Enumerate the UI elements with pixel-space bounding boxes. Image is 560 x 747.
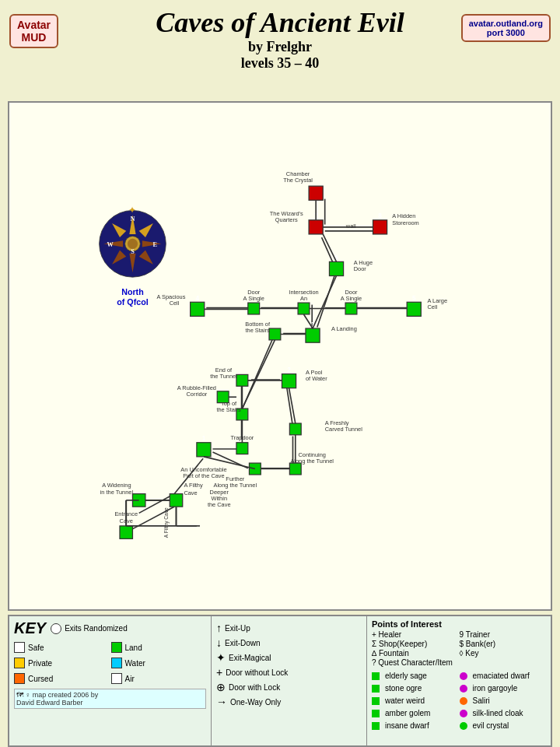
svg-text:Part of the Cave: Part of the Cave: [183, 472, 225, 479]
svg-rect-140: [309, 186, 323, 200]
svg-rect-119: [407, 302, 421, 316]
svg-text:Chamber: Chamber: [286, 170, 310, 177]
svg-text:Cell: Cell: [428, 303, 438, 310]
svg-text:A Filthy: A Filthy: [184, 482, 203, 489]
air-box: [111, 673, 122, 684]
svg-text:N: N: [130, 216, 135, 223]
key-legend: KEY Exits Randomized Safe Land Private: [9, 616, 212, 745]
private-label: Private: [28, 659, 52, 668]
svg-text:the Stairs: the Stairs: [216, 406, 241, 413]
svg-point-12: [128, 239, 138, 249]
svg-text:A Single: A Single: [341, 295, 362, 302]
key-exits: ↑ Exit-Up ↓ Exit-Down ✦ Exit-Magical + D…: [212, 616, 367, 745]
exit-magical-label: Exit-Magical: [229, 654, 271, 662]
svg-text:W: W: [107, 241, 114, 248]
map-credit: 🗺 ♀ map created 2006 byDavid Edward Barb…: [16, 691, 98, 707]
svg-text:5: 5: [412, 295, 416, 302]
avatar-mud-badge: Avatar MUD: [9, 14, 58, 48]
svg-rect-68: [289, 463, 301, 475]
cursed-box: [14, 673, 25, 684]
svg-rect-110: [298, 303, 310, 314]
svg-text:Carved Tunnel: Carved Tunnel: [325, 426, 363, 433]
exits-randomized-icon: [51, 623, 61, 634]
svg-text:the Cave: the Cave: [208, 501, 231, 508]
svg-text:Cave: Cave: [184, 489, 197, 496]
page-subtitle: by Frelghr levels 35 – 40: [0, 39, 560, 72]
svg-rect-128: [309, 220, 323, 234]
server-info-badge: avatar.outland.org port 3000: [461, 14, 551, 42]
water-label: Water: [125, 659, 145, 668]
water-box: [111, 658, 122, 668]
svg-text:Door: Door: [354, 265, 367, 272]
svg-text:Intersection: Intersection: [289, 289, 318, 296]
svg-rect-89: [217, 391, 229, 403]
svg-text:1: 1: [202, 435, 206, 442]
one-way-label: One-Way Only: [230, 698, 281, 707]
svg-text:the Stairs: the Stairs: [246, 327, 271, 334]
exit-up-label: Exit-Up: [225, 624, 250, 633]
key-area: KEY Exits Randomized Safe Land Private: [8, 615, 552, 747]
air-label: Air: [125, 675, 135, 683]
svg-text:An: An: [300, 295, 307, 302]
svg-text:A Single: A Single: [243, 295, 264, 302]
svg-text:2: 2: [287, 366, 291, 374]
svg-text:A Landing: A Landing: [331, 325, 357, 332]
exit-down-label: Exit-Down: [225, 639, 261, 647]
svg-text:Cell: Cell: [170, 300, 180, 307]
svg-rect-52: [170, 494, 182, 507]
svg-rect-58: [197, 443, 211, 457]
svg-text:in the Tunnel: in the Tunnel: [100, 489, 134, 496]
svg-rect-75: [282, 374, 296, 388]
points-of-interest: Points of Interest + Healer 9 Trainer Σ …: [367, 616, 551, 745]
svg-rect-71: [289, 423, 301, 435]
svg-text:Storeroom: Storeroom: [392, 219, 419, 226]
svg-rect-45: [120, 526, 132, 538]
door-no-lock-label: Door without Lock: [226, 668, 288, 677]
svg-text:8: 8: [378, 212, 382, 219]
svg-text:E: E: [153, 241, 158, 248]
safe-box: [14, 642, 25, 653]
land-label: Land: [125, 644, 142, 652]
svg-text:of Water: of Water: [306, 375, 327, 382]
svg-text:Door: Door: [345, 289, 358, 296]
svg-rect-135: [373, 220, 387, 234]
svg-text:Quarters: Quarters: [275, 216, 298, 223]
svg-text:The Crystal: The Crystal: [283, 177, 313, 184]
cursed-label: Cursed: [28, 675, 53, 683]
svg-text:Along the Tunnel: Along the Tunnel: [290, 458, 334, 465]
svg-rect-106: [248, 303, 260, 314]
door-lock-label: Door with Lock: [229, 683, 280, 692]
private-box: [14, 658, 25, 668]
svg-rect-84: [236, 374, 248, 386]
svg-rect-123: [329, 261, 343, 275]
svg-rect-93: [269, 328, 281, 340]
safe-label: Safe: [28, 644, 44, 652]
map-svg: ✦ S N W E North of Qfcol: [9, 103, 551, 609]
poi-title: Points of Interest: [372, 619, 546, 629]
map-area: ✦ S N W E North of Qfcol: [8, 101, 552, 611]
svg-text:4: 4: [195, 295, 199, 302]
svg-text:Door: Door: [247, 289, 261, 296]
svg-text:S: S: [131, 248, 135, 255]
land-box: [111, 642, 122, 653]
svg-text:A Filthy Cave: A Filthy Cave: [163, 507, 170, 538]
svg-rect-97: [306, 328, 320, 342]
svg-rect-62: [236, 443, 248, 454]
svg-text:of Qfcol: of Qfcol: [117, 297, 148, 307]
svg-rect-101: [191, 302, 205, 316]
svg-text:North: North: [121, 287, 144, 296]
svg-rect-115: [345, 303, 357, 314]
exits-randomized-label: Exits Randomized: [65, 624, 128, 633]
svg-text:✦: ✦: [128, 205, 136, 215]
key-title: KEY: [14, 619, 46, 637]
svg-text:the Tunnel: the Tunnel: [210, 373, 237, 380]
svg-text:Corridor: Corridor: [186, 391, 207, 398]
svg-text:wall: wall: [345, 223, 356, 230]
